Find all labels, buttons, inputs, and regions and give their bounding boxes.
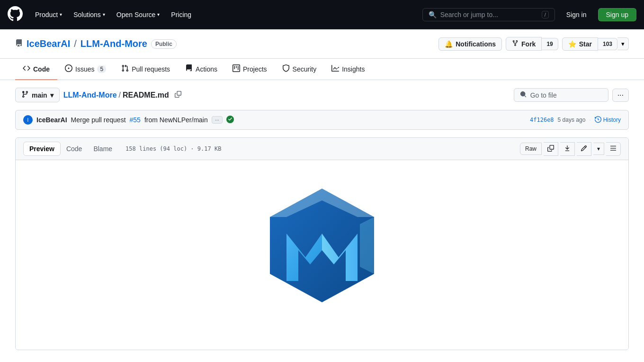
star-icon: ⭐ xyxy=(568,40,576,48)
fork-count: 19 xyxy=(542,38,558,50)
commit-pr-link[interactable]: #55 xyxy=(130,116,141,124)
tab-actions-label: Actions xyxy=(196,65,217,73)
commit-sha-link[interactable]: 4f126e8 xyxy=(530,117,554,123)
svg-marker-4 xyxy=(360,217,374,274)
chevron-down-icon: ▾ xyxy=(157,12,160,17)
star-button[interactable]: ⭐ Star xyxy=(562,37,598,51)
repo-name-link[interactable]: LLM-And-More xyxy=(80,38,147,49)
fork-group: Fork 19 xyxy=(506,37,558,51)
download-button[interactable] xyxy=(560,142,575,156)
nav-opensource[interactable]: Open Source ▾ xyxy=(112,8,165,21)
repo-icon xyxy=(15,38,23,49)
tab-pullrequests[interactable]: Pull requests xyxy=(114,59,178,80)
more-options-button[interactable]: ··· xyxy=(612,89,629,102)
tab-insights[interactable]: Insights xyxy=(324,59,372,80)
tab-projects[interactable]: Projects xyxy=(225,59,275,80)
search-icon-file xyxy=(520,91,527,99)
tab-preview-button[interactable]: Preview xyxy=(23,142,61,156)
readme-logo xyxy=(256,189,388,321)
commit-check-icon xyxy=(226,116,234,125)
edit-button[interactable] xyxy=(577,142,591,156)
separator: · xyxy=(589,117,590,123)
tab-actions[interactable]: Actions xyxy=(178,59,225,80)
tab-code-button[interactable]: Code xyxy=(61,142,88,155)
issues-icon xyxy=(65,64,72,73)
raw-button[interactable]: Raw xyxy=(520,143,542,155)
repo-slash: / xyxy=(74,38,77,49)
nav-product[interactable]: Product ▾ xyxy=(30,8,67,21)
more-file-options-button[interactable]: ▾ xyxy=(593,143,604,155)
search-icon: 🔍 xyxy=(429,11,437,18)
commit-from: from NewNLPer/main xyxy=(144,116,208,124)
commit-expand-button[interactable]: ··· xyxy=(212,116,223,124)
projects-icon xyxy=(233,64,240,73)
pr-icon xyxy=(121,64,129,73)
repo-tabs: Code Issues 5 Pull requests Actions Proj… xyxy=(0,59,644,80)
issues-badge: 5 xyxy=(97,65,106,73)
breadcrumb-root[interactable]: LLM-And-More xyxy=(63,91,117,100)
history-button[interactable]: History xyxy=(595,116,621,124)
file-view: Preview Code Blame 158 lines (94 loc) · … xyxy=(15,137,629,350)
nav-solutions[interactable]: Solutions ▾ xyxy=(69,8,110,21)
commit-row: I IceBearAI Merge pull request #55 from … xyxy=(15,110,629,130)
branch-name: main xyxy=(32,91,47,99)
go-to-file[interactable]: Go to file xyxy=(514,88,608,102)
search-shortcut: / xyxy=(542,11,549,18)
nav-pricing[interactable]: Pricing xyxy=(166,8,196,21)
commit-time: 5 days ago xyxy=(558,117,586,123)
branch-icon xyxy=(21,90,29,100)
code-icon xyxy=(23,64,30,73)
insights-icon xyxy=(331,64,339,73)
star-count: 103 xyxy=(598,38,617,50)
fork-button[interactable]: Fork xyxy=(506,37,542,51)
file-browser-header: main ▾ LLM-And-More / README.md Go to fi… xyxy=(0,80,644,110)
site-header: Product ▾ Solutions ▾ Open Source ▾ Pric… xyxy=(0,0,644,29)
tab-blame-button[interactable]: Blame xyxy=(88,142,118,155)
search-placeholder: Search or jump to... xyxy=(440,11,538,18)
tab-issues-label: Issues xyxy=(75,65,94,73)
commit-message: Merge pull request xyxy=(71,116,126,124)
tab-issues[interactable]: Issues 5 xyxy=(57,59,114,80)
tab-code[interactable]: Code xyxy=(15,59,57,80)
bell-icon: 🔔 xyxy=(445,40,453,48)
tab-pr-label: Pull requests xyxy=(132,65,170,73)
tab-security-label: Security xyxy=(293,65,317,73)
copy-path-button[interactable] xyxy=(173,89,183,101)
fork-icon xyxy=(512,40,519,48)
notifications-button[interactable]: 🔔 Notifications xyxy=(438,37,502,51)
actions-icon xyxy=(185,64,193,73)
search-box[interactable]: 🔍 Search or jump to... / xyxy=(422,8,555,21)
security-icon xyxy=(282,64,290,73)
breadcrumb-separator: / xyxy=(119,91,121,100)
toc-button[interactable] xyxy=(606,142,621,156)
tab-insights-label: Insights xyxy=(342,65,365,73)
history-icon xyxy=(595,116,601,124)
commit-meta: 4f126e8 5 days ago · History xyxy=(530,116,621,124)
header-right: 🔍 Search or jump to... / Sign in Sign up xyxy=(422,8,636,21)
chevron-down-icon: ▾ xyxy=(103,12,105,17)
signup-button[interactable]: Sign up xyxy=(598,8,636,21)
breadcrumb: LLM-And-More / README.md xyxy=(63,91,169,100)
copy-raw-button[interactable] xyxy=(544,142,558,156)
tab-projects-label: Projects xyxy=(243,65,267,73)
signin-button[interactable]: Sign in xyxy=(559,9,594,21)
tab-code-label: Code xyxy=(33,65,50,73)
star-group: ⭐ Star 103 ▾ xyxy=(562,37,629,51)
repo-title: IceBearAI / LLM-And-More Public xyxy=(15,38,177,49)
repo-owner-link[interactable]: IceBearAI xyxy=(27,38,70,49)
tab-security[interactable]: Security xyxy=(275,59,324,80)
history-label: History xyxy=(603,117,621,123)
repo-actions: 🔔 Notifications Fork 19 ⭐ Star 103 ▾ xyxy=(438,37,629,51)
breadcrumb-current: README.md xyxy=(123,91,169,100)
commit-avatar: I xyxy=(23,115,33,125)
github-logo[interactable] xyxy=(8,6,23,23)
go-to-file-label: Go to file xyxy=(530,91,557,99)
main-nav: Product ▾ Solutions ▾ Open Source ▾ Pric… xyxy=(30,8,422,21)
star-add-button[interactable]: ▾ xyxy=(617,37,629,50)
file-meta: 158 lines (94 loc) · 9.17 KB xyxy=(125,145,221,152)
file-view-header: Preview Code Blame 158 lines (94 loc) · … xyxy=(16,138,628,160)
branch-chevron-icon: ▾ xyxy=(50,91,54,99)
branch-selector[interactable]: main ▾ xyxy=(15,88,60,102)
repo-header: IceBearAI / LLM-And-More Public 🔔 Notifi… xyxy=(0,29,644,59)
commit-author[interactable]: IceBearAI xyxy=(36,116,67,124)
